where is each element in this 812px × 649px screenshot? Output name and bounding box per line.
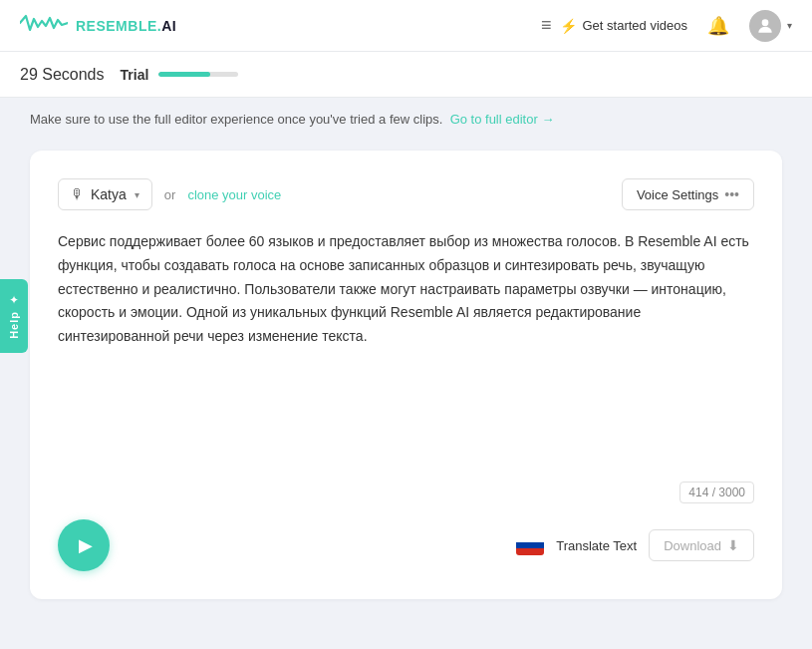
download-button[interactable]: Download ⬇ (649, 529, 754, 561)
play-button[interactable]: ▶ (58, 519, 110, 571)
avatar[interactable] (749, 10, 781, 42)
arrow-icon: → (541, 112, 554, 127)
settings-dots-icon: ••• (724, 186, 739, 202)
header-right: ⚡ Get started videos 🔔 ▾ (560, 10, 793, 42)
right-controls: Translate Text Download ⬇ (516, 529, 754, 561)
subheader: 29 Seconds Trial (0, 52, 812, 98)
or-text: or (164, 187, 176, 202)
voice-selector[interactable]: 🎙 Katya ▾ (58, 178, 152, 210)
bolt-icon: ⚡ (560, 18, 577, 34)
user-menu[interactable]: ▾ (749, 10, 792, 42)
text-editor-area[interactable]: Сервис поддерживает более 60 языков и пр… (58, 230, 754, 470)
logo-area: RESEMBLE.AI (20, 12, 533, 40)
svg-point-0 (762, 19, 769, 26)
avatar-caret-icon[interactable]: ▾ (787, 20, 792, 31)
full-editor-link[interactable]: Go to full editor → (446, 112, 554, 127)
voice-name: Katya (91, 186, 127, 202)
char-count-display: 414 / 3000 (679, 482, 754, 503)
editor-text[interactable]: Сервис поддерживает более 60 языков и пр… (58, 230, 754, 430)
voice-controls-row: 🎙 Katya ▾ or clone your voice Voice Sett… (58, 178, 754, 210)
bottom-controls-row: ▶ Translate Text Download ⬇ (58, 519, 754, 571)
info-banner: Make sure to use the full editor experie… (0, 98, 812, 141)
help-label: Help (8, 311, 20, 339)
download-icon: ⬇ (727, 537, 739, 553)
help-star-icon: ✦ (9, 293, 19, 307)
voice-settings-button[interactable]: Voice Settings ••• (622, 178, 754, 210)
logo-text: RESEMBLE.AI (76, 18, 176, 34)
header: RESEMBLE.AI ≡ ⚡ Get started videos 🔔 ▾ (0, 0, 812, 52)
hamburger-btn[interactable]: ≡ (533, 11, 560, 40)
translate-button[interactable]: Translate Text (556, 538, 637, 553)
seconds-label: 29 Seconds (20, 66, 105, 84)
microphone-icon: 🎙 (71, 186, 85, 202)
trial-progress-fill (158, 72, 210, 77)
main-content: 🎙 Katya ▾ or clone your voice Voice Sett… (0, 141, 812, 629)
play-icon: ▶ (79, 534, 93, 556)
logo-wave-icon (20, 12, 68, 40)
help-sidebar[interactable]: ✦ Help (0, 279, 28, 353)
voice-caret-icon: ▾ (135, 189, 139, 200)
language-flag[interactable] (516, 535, 544, 555)
char-count-row: 414 / 3000 (58, 482, 754, 503)
trial-progress-bar (158, 72, 238, 77)
editor-card: 🎙 Katya ▾ or clone your voice Voice Sett… (30, 151, 782, 599)
hamburger-icon[interactable]: ≡ (533, 11, 560, 40)
bell-icon[interactable]: 🔔 (707, 15, 729, 37)
get-started-button[interactable]: ⚡ Get started videos (560, 18, 688, 34)
trial-area: Trial (121, 67, 239, 83)
banner-text: Make sure to use the full editor experie… (30, 112, 442, 127)
russia-flag-icon (516, 535, 544, 555)
trial-label: Trial (121, 67, 149, 83)
clone-voice-link[interactable]: clone your voice (187, 187, 281, 202)
